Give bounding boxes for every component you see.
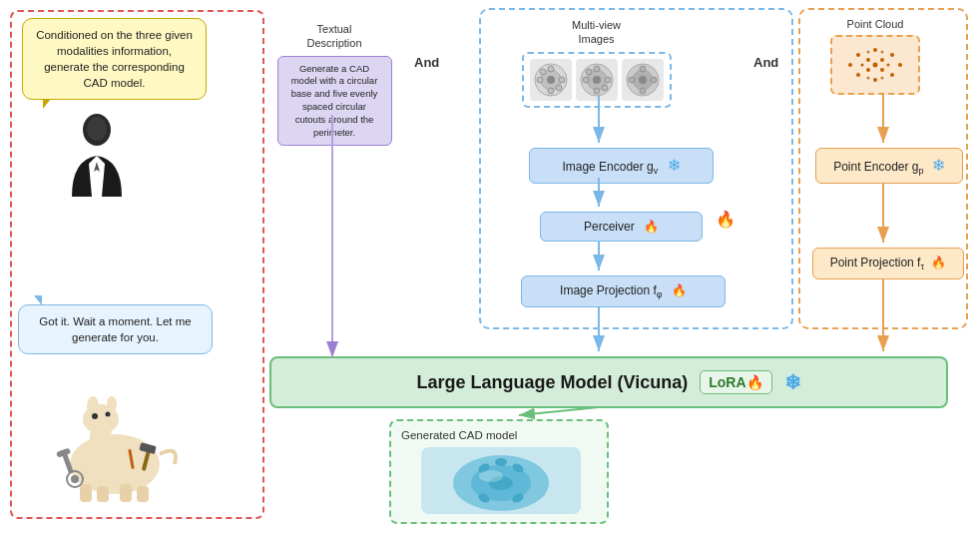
point-projection-label: Point Projection fτ — [830, 256, 928, 269]
multiview-label: Multi-viewImages — [572, 18, 621, 47]
svg-point-59 — [887, 64, 890, 67]
svg-point-42 — [640, 88, 646, 94]
svg-point-37 — [602, 85, 608, 91]
person-icon — [62, 112, 132, 192]
svg-point-5 — [87, 396, 99, 416]
llama-illustration — [15, 384, 215, 504]
snowflake-icon-3: ❄ — [784, 370, 801, 394]
image-thumb-1 — [530, 59, 572, 101]
cad-model-visual — [421, 447, 581, 514]
svg-point-49 — [866, 68, 870, 72]
point-encoder-box: Point Encoder gp ❄ — [815, 148, 963, 184]
textual-description-box: Generate a CAD model with a circular bas… — [277, 56, 392, 147]
image-encoder-box: Image Encoder gv ❄ — [529, 148, 714, 184]
snowflake-icon-1: ❄ — [668, 157, 681, 174]
and-label-1: And — [414, 55, 439, 70]
svg-point-45 — [848, 63, 852, 67]
llm-label: Large Language Model (Vicuna) — [416, 372, 688, 393]
fire-icon-2: 🔥 — [672, 283, 687, 297]
svg-line-86 — [519, 407, 599, 415]
point-projection-box: Point Projection fτ 🔥 — [812, 248, 964, 279]
image-encoder-label: Image Encoder gv — [562, 160, 661, 174]
svg-point-61 — [881, 51, 884, 54]
multiview-group: Multi-viewImages — [489, 18, 704, 108]
svg-rect-10 — [97, 486, 109, 502]
svg-point-32 — [594, 66, 600, 72]
generated-cad-label: Generated CAD model — [401, 429, 517, 441]
svg-point-33 — [594, 88, 600, 94]
diagram-container: Conditioned on the three given modalitie… — [0, 0, 980, 536]
pointcloud-group: Point Cloud — [810, 18, 940, 95]
svg-point-23 — [548, 66, 554, 72]
svg-point-35 — [605, 77, 611, 83]
svg-point-25 — [537, 77, 543, 83]
image-projection-label: Image Projection fφ — [560, 283, 666, 297]
speech-bubble-top: Conditioned on the three given modalitie… — [22, 18, 207, 100]
svg-point-55 — [890, 73, 894, 77]
svg-point-48 — [866, 58, 870, 62]
svg-point-41 — [640, 66, 646, 72]
svg-point-73 — [479, 470, 503, 482]
svg-point-36 — [586, 69, 592, 75]
svg-point-26 — [559, 77, 565, 83]
point-encoder-label: Point Encoder gp — [833, 160, 927, 174]
fire-icon-1: 🔥 — [644, 220, 659, 234]
svg-point-34 — [583, 77, 589, 83]
image-thumb-3 — [622, 59, 664, 101]
svg-point-51 — [873, 78, 877, 82]
svg-point-6 — [107, 396, 117, 412]
fire-icon-3: 🔥 — [931, 256, 946, 269]
multiview-images-row — [522, 52, 672, 108]
svg-point-1 — [87, 117, 107, 141]
lora-badge: LoRA🔥 — [700, 370, 771, 394]
svg-point-7 — [92, 413, 98, 419]
svg-rect-9 — [80, 484, 92, 502]
svg-point-58 — [861, 64, 864, 67]
generated-cad-box: Generated CAD model — [389, 419, 609, 524]
svg-point-8 — [106, 412, 111, 417]
image-projection-box: Image Projection fφ 🔥 — [521, 275, 726, 307]
svg-rect-12 — [137, 486, 149, 502]
svg-point-52 — [880, 58, 884, 62]
pointcloud-box — [830, 35, 920, 95]
svg-point-46 — [856, 53, 860, 57]
svg-point-24 — [548, 88, 554, 94]
svg-point-54 — [890, 53, 894, 57]
svg-point-56 — [898, 63, 902, 67]
perceiver-box: Perceiver 🔥 — [540, 212, 703, 242]
svg-rect-11 — [120, 484, 132, 502]
svg-point-53 — [880, 68, 884, 72]
svg-point-62 — [867, 77, 870, 80]
svg-point-27 — [540, 69, 546, 75]
svg-point-19 — [71, 475, 79, 483]
llm-box: Large Language Model (Vicuna) LoRA🔥 ❄ — [269, 356, 948, 408]
svg-point-31 — [593, 76, 601, 84]
svg-point-44 — [651, 77, 657, 83]
svg-point-50 — [873, 48, 877, 52]
snowflake-icon-2: ❄ — [932, 157, 945, 174]
textual-description-label: TextualDescription — [306, 22, 361, 51]
image-thumb-2 — [576, 59, 618, 101]
svg-point-28 — [556, 85, 562, 91]
svg-point-68 — [495, 458, 507, 466]
svg-point-43 — [629, 77, 635, 83]
svg-point-57 — [873, 63, 878, 68]
pointcloud-label: Point Cloud — [847, 18, 904, 30]
svg-point-47 — [856, 73, 860, 77]
fire-near-perceiver: 🔥 — [716, 210, 735, 229]
svg-point-63 — [881, 77, 884, 80]
textual-description-group: TextualDescription Generate a CAD model … — [274, 22, 394, 146]
and-label-2: And — [753, 55, 778, 70]
svg-point-40 — [639, 76, 647, 84]
svg-point-60 — [867, 51, 870, 54]
speech-bubble-bottom: Got it. Wait a moment. Let me generate f… — [18, 304, 213, 354]
svg-point-22 — [547, 76, 555, 84]
